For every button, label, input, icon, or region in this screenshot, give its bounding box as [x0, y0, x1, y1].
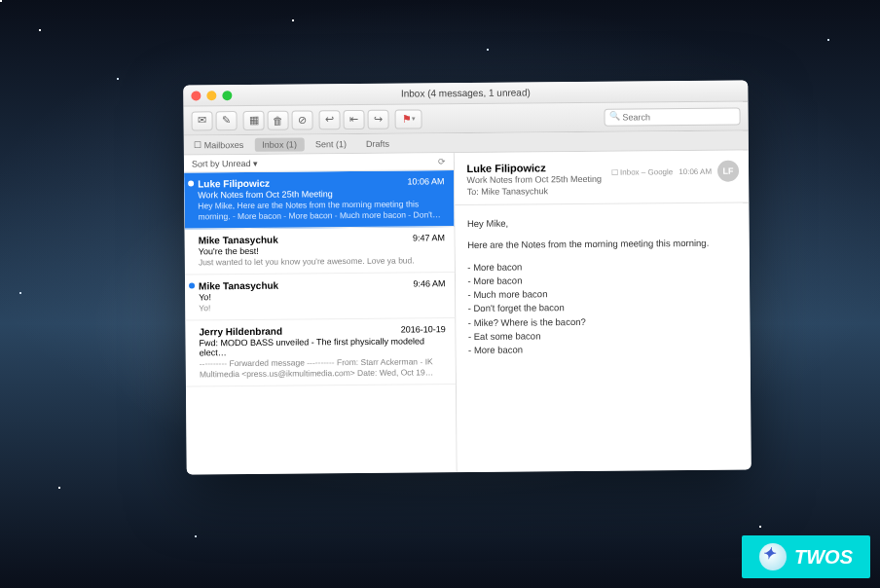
sort-bar: Sort by Unread ▾ ⟳ — [184, 153, 455, 172]
message-row[interactable]: Luke Filipowicz 10:06 AM Work Notes from… — [184, 170, 455, 230]
reply-icon: ↩ — [325, 113, 334, 126]
sort-dropdown[interactable]: Sort by Unread ▾ — [192, 158, 258, 168]
reader-time: 10:06 AM — [678, 166, 712, 175]
sent-tab[interactable]: Sent (1) — [306, 135, 356, 151]
message-row[interactable]: Mike Tanasychuk 9:46 AM Yo! Yo! — [185, 273, 456, 320]
compose-icon: ✎ — [222, 114, 231, 127]
reader-pane: ☐ Inbox – Google 10:06 AM LF Luke Filipo… — [455, 150, 751, 472]
delete-button[interactable]: 🗑 — [267, 110, 288, 129]
junk-button[interactable]: ⊘ — [291, 110, 312, 129]
body-intro: Here are the Notes from the morning meet… — [467, 237, 738, 253]
reader-body: Hey Mike, Here are the Notes from the mo… — [456, 202, 751, 369]
body-list: More bacon More bacon Much more bacon Do… — [467, 258, 738, 357]
message-preview: Hey Mike, Here are the Notes from the mo… — [198, 199, 445, 222]
message-time: 9:46 AM — [413, 278, 445, 288]
search-input[interactable] — [604, 107, 740, 126]
reply-all-icon: ⇤ — [349, 113, 358, 126]
mail-window: Inbox (4 messages, 1 unread) ✉ ✎ ▦ 🗑 ⊘ ↩… — [183, 80, 751, 474]
compose-button[interactable]: ✎ — [215, 111, 237, 130]
reply-all-button[interactable]: ⇤ — [343, 109, 364, 129]
watermark: TWOS — [742, 535, 870, 578]
forward-icon: ↪ — [374, 113, 383, 126]
reader-meta: ☐ Inbox – Google 10:06 AM LF — [611, 161, 739, 183]
mailboxes-icon: ☐ — [194, 140, 202, 150]
content-split: Sort by Unread ▾ ⟳ Luke Filipowicz 10:06… — [184, 150, 752, 474]
message-time: 2016-10-19 — [401, 324, 446, 334]
flag-icon: ⚑ — [402, 112, 412, 125]
watermark-text: TWOS — [794, 546, 853, 569]
trash-icon: 🗑 — [273, 114, 283, 126]
unread-dot-icon — [188, 180, 194, 186]
reply-button[interactable]: ↩ — [318, 110, 340, 129]
message-preview: Just wanted to let you know you're aweso… — [199, 255, 445, 268]
chevron-down-icon: ▾ — [412, 115, 416, 123]
reader-to: To: Mike Tanasychuk — [467, 185, 738, 197]
lightbulb-icon — [759, 543, 787, 570]
window-title: Inbox (4 messages, 1 unread) — [183, 85, 748, 100]
message-preview: Yo! — [199, 301, 445, 313]
junk-icon: ⊘ — [298, 113, 307, 126]
message-sender: Mike Tanasychuk — [199, 233, 445, 245]
drafts-tab[interactable]: Drafts — [356, 135, 399, 151]
archive-button[interactable]: ▦ — [242, 110, 264, 129]
folder-badge: ☐ Inbox – Google — [611, 167, 674, 177]
message-preview: ---------- Forwarded message ---------- … — [200, 356, 447, 380]
archive-icon: ▦ — [249, 114, 259, 127]
avatar: LF — [717, 161, 739, 182]
message-list: Luke Filipowicz 10:06 AM Work Notes from… — [184, 170, 457, 474]
message-time: 10:06 AM — [407, 176, 444, 186]
reader-header: ☐ Inbox – Google 10:06 AM LF Luke Filipo… — [455, 150, 749, 205]
unread-dot-icon — [189, 283, 195, 289]
flag-button[interactable]: ⚑ ▾ — [394, 109, 422, 129]
list-item: More bacon — [468, 342, 739, 358]
get-mail-button[interactable]: ✉ — [191, 111, 212, 130]
message-row[interactable]: Mike Tanasychuk 9:47 AM You're the best!… — [185, 227, 456, 275]
refresh-icon[interactable]: ⟳ — [438, 157, 446, 166]
mailboxes-tab[interactable]: ☐Mailboxes — [184, 136, 254, 153]
message-sender: Mike Tanasychuk — [199, 278, 445, 291]
message-time: 9:47 AM — [413, 233, 445, 242]
message-subject: Fwd: MODO BASS unveiled - The first phys… — [200, 336, 447, 357]
envelope-icon: ✉ — [198, 114, 206, 127]
search-wrap — [604, 107, 740, 126]
message-row[interactable]: Jerry Hildenbrand 2016-10-19 Fwd: MODO B… — [185, 318, 456, 387]
body-greeting: Hey Mike, — [467, 215, 738, 232]
forward-button[interactable]: ↪ — [367, 109, 388, 129]
message-list-pane: Sort by Unread ▾ ⟳ Luke Filipowicz 10:06… — [184, 153, 458, 474]
inbox-tab[interactable]: Inbox (1) — [254, 137, 305, 151]
